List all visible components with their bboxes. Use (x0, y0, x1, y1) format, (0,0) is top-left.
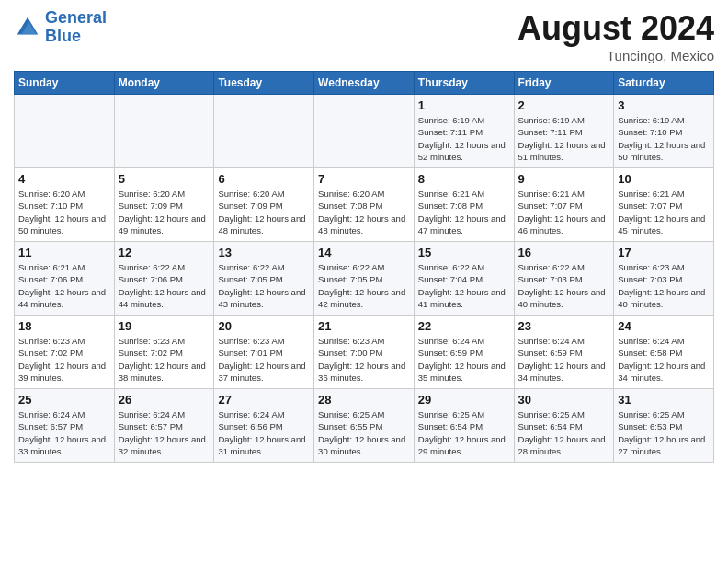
calendar-cell: 2Sunrise: 6:19 AM Sunset: 7:11 PM Daylig… (514, 95, 614, 168)
calendar-cell: 6Sunrise: 6:20 AM Sunset: 7:09 PM Daylig… (214, 168, 314, 242)
day-number: 29 (418, 393, 510, 407)
calendar-cell (114, 95, 214, 168)
calendar-cell (214, 95, 314, 168)
column-header-saturday: Saturday (614, 72, 714, 95)
calendar-cell: 9Sunrise: 6:21 AM Sunset: 7:07 PM Daylig… (514, 168, 614, 242)
calendar-cell: 10Sunrise: 6:21 AM Sunset: 7:07 PM Dayli… (614, 168, 714, 242)
calendar-cell: 3Sunrise: 6:19 AM Sunset: 7:10 PM Daylig… (614, 95, 714, 168)
day-number: 12 (119, 246, 210, 259)
week-row-4: 18Sunrise: 6:23 AM Sunset: 7:02 PM Dayli… (15, 316, 714, 389)
week-row-3: 11Sunrise: 6:21 AM Sunset: 7:06 PM Dayli… (15, 242, 714, 316)
calendar-cell: 5Sunrise: 6:20 AM Sunset: 7:09 PM Daylig… (114, 168, 214, 242)
day-number: 17 (618, 246, 710, 259)
calendar-cell: 19Sunrise: 6:23 AM Sunset: 7:02 PM Dayli… (114, 316, 214, 389)
day-number: 23 (518, 319, 610, 333)
column-header-thursday: Thursday (414, 72, 514, 95)
day-info: Sunrise: 6:21 AM Sunset: 7:07 PM Dayligh… (518, 188, 610, 236)
calendar-cell: 31Sunrise: 6:25 AM Sunset: 6:53 PM Dayli… (614, 389, 714, 463)
calendar-cell: 16Sunrise: 6:22 AM Sunset: 7:03 PM Dayli… (514, 242, 614, 316)
day-info: Sunrise: 6:22 AM Sunset: 7:06 PM Dayligh… (119, 261, 210, 310)
calendar-table: SundayMondayTuesdayWednesdayThursdayFrid… (14, 71, 714, 463)
calendar-cell (15, 95, 115, 168)
day-info: Sunrise: 6:25 AM Sunset: 6:55 PM Dayligh… (318, 408, 410, 457)
day-number: 7 (318, 172, 410, 186)
calendar-cell: 28Sunrise: 6:25 AM Sunset: 6:55 PM Dayli… (314, 389, 415, 463)
day-number: 18 (18, 319, 110, 333)
day-info: Sunrise: 6:25 AM Sunset: 6:54 PM Dayligh… (518, 408, 610, 457)
column-header-monday: Monday (114, 72, 214, 95)
day-info: Sunrise: 6:20 AM Sunset: 7:10 PM Dayligh… (18, 188, 110, 236)
day-number: 5 (119, 172, 210, 186)
day-info: Sunrise: 6:22 AM Sunset: 7:05 PM Dayligh… (218, 261, 310, 310)
calendar-cell: 7Sunrise: 6:20 AM Sunset: 7:08 PM Daylig… (314, 168, 415, 242)
calendar-cell: 4Sunrise: 6:20 AM Sunset: 7:10 PM Daylig… (15, 168, 115, 242)
calendar-cell (314, 95, 415, 168)
calendar-cell: 14Sunrise: 6:22 AM Sunset: 7:05 PM Dayli… (314, 242, 415, 316)
day-number: 9 (518, 172, 610, 186)
day-number: 21 (318, 319, 410, 333)
page-header: General Blue August 2024 Tuncingo, Mexic… (14, 9, 714, 63)
day-number: 1 (418, 98, 510, 112)
day-info: Sunrise: 6:20 AM Sunset: 7:09 PM Dayligh… (218, 188, 310, 236)
day-number: 2 (518, 98, 610, 112)
day-number: 16 (518, 246, 610, 259)
calendar-cell: 20Sunrise: 6:23 AM Sunset: 7:01 PM Dayli… (214, 316, 314, 389)
day-info: Sunrise: 6:24 AM Sunset: 6:57 PM Dayligh… (18, 408, 110, 457)
day-number: 3 (618, 98, 710, 112)
calendar-body: 1Sunrise: 6:19 AM Sunset: 7:11 PM Daylig… (15, 95, 714, 463)
day-number: 25 (18, 393, 110, 407)
day-info: Sunrise: 6:23 AM Sunset: 7:00 PM Dayligh… (318, 335, 410, 384)
calendar-cell: 22Sunrise: 6:24 AM Sunset: 6:59 PM Dayli… (414, 316, 514, 389)
day-number: 19 (119, 319, 210, 333)
day-number: 30 (518, 393, 610, 407)
column-header-tuesday: Tuesday (214, 72, 314, 95)
calendar-cell: 23Sunrise: 6:24 AM Sunset: 6:59 PM Dayli… (514, 316, 614, 389)
day-info: Sunrise: 6:23 AM Sunset: 7:02 PM Dayligh… (119, 335, 210, 384)
day-info: Sunrise: 6:24 AM Sunset: 6:57 PM Dayligh… (119, 408, 210, 457)
day-number: 27 (218, 393, 310, 407)
month-title: August 2024 (518, 9, 714, 48)
day-number: 22 (418, 319, 510, 333)
day-info: Sunrise: 6:20 AM Sunset: 7:09 PM Dayligh… (119, 188, 210, 236)
title-block: August 2024 Tuncingo, Mexico (518, 9, 714, 63)
day-number: 6 (218, 172, 310, 186)
day-number: 10 (618, 172, 710, 186)
location-subtitle: Tuncingo, Mexico (518, 48, 714, 63)
day-number: 11 (18, 246, 110, 259)
week-row-1: 1Sunrise: 6:19 AM Sunset: 7:11 PM Daylig… (15, 95, 714, 168)
day-info: Sunrise: 6:21 AM Sunset: 7:07 PM Dayligh… (618, 188, 710, 236)
day-info: Sunrise: 6:25 AM Sunset: 6:54 PM Dayligh… (418, 408, 510, 457)
day-info: Sunrise: 6:20 AM Sunset: 7:08 PM Dayligh… (318, 188, 410, 236)
calendar-cell: 26Sunrise: 6:24 AM Sunset: 6:57 PM Dayli… (114, 389, 214, 463)
day-number: 8 (418, 172, 510, 186)
week-row-2: 4Sunrise: 6:20 AM Sunset: 7:10 PM Daylig… (15, 168, 714, 242)
day-info: Sunrise: 6:24 AM Sunset: 6:58 PM Dayligh… (618, 335, 710, 384)
day-number: 15 (418, 246, 510, 259)
calendar-cell: 13Sunrise: 6:22 AM Sunset: 7:05 PM Dayli… (214, 242, 314, 316)
day-info: Sunrise: 6:19 AM Sunset: 7:11 PM Dayligh… (518, 114, 610, 163)
calendar-cell: 12Sunrise: 6:22 AM Sunset: 7:06 PM Dayli… (114, 242, 214, 316)
day-info: Sunrise: 6:25 AM Sunset: 6:53 PM Dayligh… (618, 408, 710, 457)
day-info: Sunrise: 6:21 AM Sunset: 7:06 PM Dayligh… (18, 261, 110, 310)
calendar-cell: 29Sunrise: 6:25 AM Sunset: 6:54 PM Dayli… (414, 389, 514, 463)
calendar-cell: 25Sunrise: 6:24 AM Sunset: 6:57 PM Dayli… (15, 389, 115, 463)
day-info: Sunrise: 6:24 AM Sunset: 6:56 PM Dayligh… (218, 408, 310, 457)
day-number: 31 (618, 393, 710, 407)
day-number: 14 (318, 246, 410, 259)
calendar-cell: 11Sunrise: 6:21 AM Sunset: 7:06 PM Dayli… (15, 242, 115, 316)
day-info: Sunrise: 6:19 AM Sunset: 7:10 PM Dayligh… (618, 114, 710, 163)
day-number: 24 (618, 319, 710, 333)
day-number: 4 (18, 172, 110, 186)
logo-icon (14, 14, 41, 41)
day-number: 13 (218, 246, 310, 259)
calendar-cell: 21Sunrise: 6:23 AM Sunset: 7:00 PM Dayli… (314, 316, 415, 389)
week-row-5: 25Sunrise: 6:24 AM Sunset: 6:57 PM Dayli… (15, 389, 714, 463)
day-number: 28 (318, 393, 410, 407)
column-header-sunday: Sunday (15, 72, 115, 95)
logo-text: General Blue (45, 9, 107, 46)
day-info: Sunrise: 6:24 AM Sunset: 6:59 PM Dayligh… (418, 335, 510, 384)
day-info: Sunrise: 6:22 AM Sunset: 7:05 PM Dayligh… (318, 261, 410, 310)
day-info: Sunrise: 6:22 AM Sunset: 7:03 PM Dayligh… (518, 261, 610, 310)
day-info: Sunrise: 6:21 AM Sunset: 7:08 PM Dayligh… (418, 188, 510, 236)
day-number: 20 (218, 319, 310, 333)
